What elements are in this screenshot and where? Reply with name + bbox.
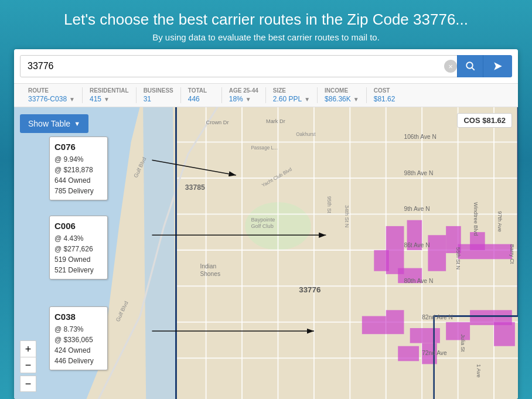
svg-point-0 — [466, 62, 473, 69]
svg-text:9th Ave N: 9th Ave N — [404, 206, 429, 212]
chevron-down-icon: ▼ — [74, 120, 80, 127]
svg-marker-2 — [494, 62, 502, 70]
map-container: × ROUTE 33776-C038 ▼ RESIDENTIAL 415 ▼ B… — [14, 49, 518, 399]
svg-text:Crown Dr: Crown Dr — [206, 120, 229, 125]
filter-label-0: ROUTE — [28, 87, 75, 94]
svg-text:Passage L...: Passage L... — [251, 145, 278, 151]
callout-c038-line4: 446 Delivery — [54, 356, 103, 366]
zoom-plus-button[interactable]: + — [20, 340, 36, 357]
svg-text:80th Ave N: 80th Ave N — [404, 278, 433, 284]
callout-c076-line3: 644 Owned — [54, 175, 103, 186]
filter-item-cost: COST $81.62 — [367, 87, 408, 103]
svg-line-1 — [472, 68, 474, 70]
svg-rect-34 — [494, 322, 515, 346]
svg-text:72nd Ave: 72nd Ave — [422, 350, 447, 356]
svg-rect-23 — [374, 250, 389, 271]
svg-text:Mark Dr: Mark Dr — [266, 118, 285, 124]
svg-text:Windtree Blvd: Windtree Blvd — [473, 202, 479, 236]
callout-c006: C006 @ 4.43% @ $277,626 519 Owned 521 De… — [49, 216, 108, 279]
filter-label-7: COST — [374, 87, 401, 94]
filter-bar: ROUTE 33776-C038 ▼ RESIDENTIAL 415 ▼ BUS… — [14, 84, 518, 107]
filter-item-business: BUSINESS 31 — [137, 87, 181, 103]
svg-text:95th St: 95th St — [326, 196, 332, 214]
svg-text:Baypointe: Baypointe — [251, 217, 275, 223]
filter-label-6: INCOME — [325, 87, 359, 94]
locate-button[interactable] — [483, 55, 512, 77]
filter-value-1[interactable]: 415 ▼ — [90, 95, 129, 103]
callout-c006-line4: 521 Delivery — [54, 265, 103, 275]
filter-value-4[interactable]: 18% ▼ — [229, 95, 258, 103]
filter-item-income[interactable]: INCOME $86.36K ▼ — [318, 87, 367, 103]
callout-c038-title: C038 — [54, 311, 103, 324]
filter-label-3: TOTAL — [188, 87, 214, 94]
filter-value-6[interactable]: $86.36K ▼ — [325, 95, 359, 103]
header-title: Let's choose the best carrier routes in … — [64, 11, 468, 29]
filter-label-4: AGE 25-44 — [229, 87, 258, 94]
callout-c038-line1: @ 8.73% — [54, 324, 103, 335]
cost-badge: COS $81.62 — [457, 113, 512, 128]
zoom-minus-button[interactable]: − — [20, 376, 36, 392]
filter-label-1: RESIDENTIAL — [90, 87, 129, 94]
search-bar: × — [14, 49, 518, 84]
svg-text:Oakhurst: Oakhurst — [296, 132, 316, 137]
filter-label-5: SIZE — [273, 87, 310, 94]
svg-rect-32 — [446, 322, 470, 340]
map-area: 106th Ave N 98th Ave N 9th Ave N 86t Ave… — [14, 107, 518, 399]
svg-rect-36 — [398, 346, 419, 362]
callout-c006-line2: @ $277,626 — [54, 244, 103, 254]
svg-rect-31 — [410, 328, 440, 343]
svg-text:55th St N: 55th St N — [455, 247, 461, 270]
svg-text:Barry Ct: Barry Ct — [509, 244, 515, 264]
callout-c006-line1: @ 4.43% — [54, 233, 103, 244]
callout-c076-line1: @ 9.94% — [54, 154, 103, 165]
svg-text:Golf Club: Golf Club — [251, 223, 273, 229]
svg-rect-25 — [428, 235, 446, 271]
filter-arrow-5: ▼ — [304, 96, 310, 103]
svg-text:34th St N: 34th St N — [344, 205, 350, 227]
svg-rect-30 — [386, 310, 404, 334]
svg-text:98th Ave N: 98th Ave N — [404, 170, 433, 176]
filter-value-2: 31 — [144, 95, 173, 103]
callout-c076-line2: @ $218,878 — [54, 165, 103, 175]
filter-arrow-1: ▼ — [104, 96, 110, 103]
filter-value-0[interactable]: 33776-C038 ▼ — [28, 95, 75, 103]
filter-value-3: 446 — [188, 95, 214, 103]
filter-label-2: BUSINESS — [144, 87, 173, 94]
filter-arrow-6: ▼ — [353, 96, 359, 103]
filter-arrow-0: ▼ — [69, 96, 75, 103]
search-input[interactable] — [20, 55, 461, 77]
callout-c038-line2: @ $336,065 — [54, 335, 103, 345]
svg-text:106th Ave N: 106th Ave N — [404, 134, 436, 140]
svg-text:Indian: Indian — [200, 263, 216, 270]
filter-item-size[interactable]: SIZE 2.60 PPL ▼ — [266, 87, 318, 103]
show-table-button[interactable]: Show Table ▼ — [20, 114, 88, 133]
filter-value-5[interactable]: 2.60 PPL ▼ — [273, 95, 310, 103]
zoom-controls: − — [20, 376, 36, 392]
callout-c076: C076 @ 9.94% @ $218,878 644 Owned 785 De… — [49, 137, 108, 200]
filter-item-age-25-44[interactable]: AGE 25-44 18% ▼ — [222, 87, 266, 103]
filter-item-residential[interactable]: RESIDENTIAL 415 ▼ — [83, 87, 137, 103]
search-clear-button[interactable]: × — [444, 60, 457, 73]
svg-text:97th Ave: 97th Ave — [497, 211, 503, 232]
svg-text:33785: 33785 — [185, 184, 205, 192]
svg-text:82nd Ave N: 82nd Ave N — [422, 314, 453, 320]
locate-icon — [493, 61, 503, 71]
callout-c006-title: C006 — [54, 220, 103, 233]
zoom-minus-button-2[interactable]: − — [20, 357, 36, 373]
show-table-label: Show Table — [28, 119, 70, 128]
svg-rect-29 — [362, 316, 386, 335]
svg-text:33776: 33776 — [299, 285, 320, 294]
svg-text:86t Ave N: 86t Ave N — [404, 242, 429, 248]
svg-text:Shones: Shones — [200, 271, 220, 277]
callout-c038: C038 @ 8.73% @ $336,065 424 Owned 446 De… — [49, 306, 108, 370]
callout-c076-title: C076 — [54, 141, 103, 154]
filter-arrow-4: ▼ — [245, 96, 251, 103]
search-button[interactable] — [457, 55, 483, 77]
callout-c006-line3: 519 Owned — [54, 254, 103, 265]
svg-text:Julia St: Julia St — [460, 334, 466, 352]
filter-item-route[interactable]: ROUTE 33776-C038 ▼ — [21, 87, 83, 103]
svg-text:1 Ave: 1 Ave — [476, 364, 482, 377]
filter-item-total: TOTAL 446 — [181, 87, 222, 103]
callout-c076-line4: 785 Delivery — [54, 186, 103, 196]
header-subtitle: By using data to evaluate the best carri… — [64, 32, 468, 42]
